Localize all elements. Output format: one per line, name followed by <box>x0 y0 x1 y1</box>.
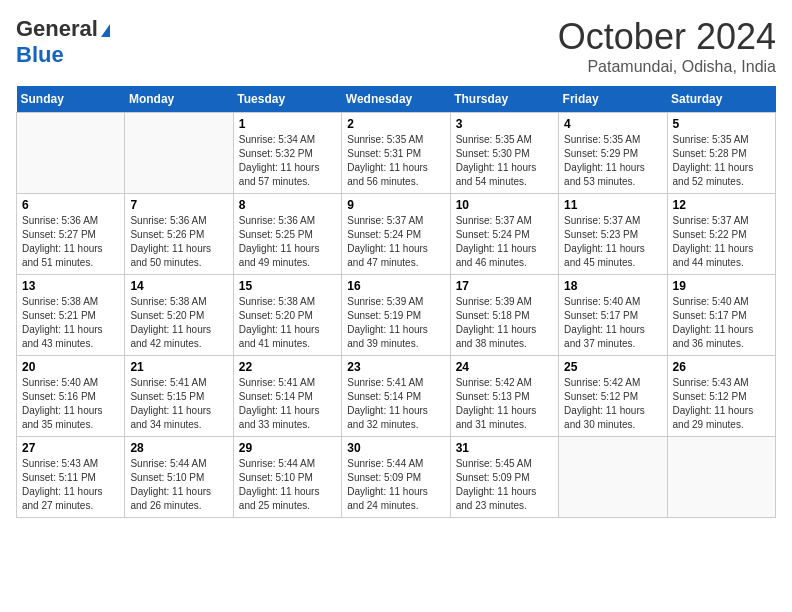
page-header: General Blue October 2024 Patamundai, Od… <box>16 16 776 76</box>
calendar-cell: 11Sunrise: 5:37 AMSunset: 5:23 PMDayligh… <box>559 194 667 275</box>
day-info: Sunrise: 5:35 AMSunset: 5:28 PMDaylight:… <box>673 133 770 189</box>
day-info: Sunrise: 5:38 AMSunset: 5:21 PMDaylight:… <box>22 295 119 351</box>
day-number: 22 <box>239 360 336 374</box>
calendar-cell: 12Sunrise: 5:37 AMSunset: 5:22 PMDayligh… <box>667 194 775 275</box>
day-number: 4 <box>564 117 661 131</box>
day-info: Sunrise: 5:42 AMSunset: 5:13 PMDaylight:… <box>456 376 553 432</box>
calendar-cell: 19Sunrise: 5:40 AMSunset: 5:17 PMDayligh… <box>667 275 775 356</box>
calendar-cell: 4Sunrise: 5:35 AMSunset: 5:29 PMDaylight… <box>559 113 667 194</box>
day-number: 30 <box>347 441 444 455</box>
calendar-cell: 13Sunrise: 5:38 AMSunset: 5:21 PMDayligh… <box>17 275 125 356</box>
day-info: Sunrise: 5:39 AMSunset: 5:19 PMDaylight:… <box>347 295 444 351</box>
day-info: Sunrise: 5:40 AMSunset: 5:17 PMDaylight:… <box>564 295 661 351</box>
calendar-cell: 16Sunrise: 5:39 AMSunset: 5:19 PMDayligh… <box>342 275 450 356</box>
day-info: Sunrise: 5:41 AMSunset: 5:14 PMDaylight:… <box>239 376 336 432</box>
day-number: 6 <box>22 198 119 212</box>
weekday-header-row: SundayMondayTuesdayWednesdayThursdayFrid… <box>17 86 776 113</box>
week-row-1: 1Sunrise: 5:34 AMSunset: 5:32 PMDaylight… <box>17 113 776 194</box>
day-number: 10 <box>456 198 553 212</box>
calendar-cell: 28Sunrise: 5:44 AMSunset: 5:10 PMDayligh… <box>125 437 233 518</box>
day-info: Sunrise: 5:37 AMSunset: 5:24 PMDaylight:… <box>347 214 444 270</box>
day-info: Sunrise: 5:38 AMSunset: 5:20 PMDaylight:… <box>130 295 227 351</box>
day-info: Sunrise: 5:44 AMSunset: 5:09 PMDaylight:… <box>347 457 444 513</box>
day-info: Sunrise: 5:45 AMSunset: 5:09 PMDaylight:… <box>456 457 553 513</box>
day-number: 1 <box>239 117 336 131</box>
day-number: 28 <box>130 441 227 455</box>
weekday-header-wednesday: Wednesday <box>342 86 450 113</box>
day-info: Sunrise: 5:36 AMSunset: 5:27 PMDaylight:… <box>22 214 119 270</box>
day-number: 11 <box>564 198 661 212</box>
calendar-cell: 14Sunrise: 5:38 AMSunset: 5:20 PMDayligh… <box>125 275 233 356</box>
calendar-cell: 18Sunrise: 5:40 AMSunset: 5:17 PMDayligh… <box>559 275 667 356</box>
week-row-3: 13Sunrise: 5:38 AMSunset: 5:21 PMDayligh… <box>17 275 776 356</box>
day-number: 29 <box>239 441 336 455</box>
day-number: 24 <box>456 360 553 374</box>
calendar-cell: 17Sunrise: 5:39 AMSunset: 5:18 PMDayligh… <box>450 275 558 356</box>
calendar-cell: 21Sunrise: 5:41 AMSunset: 5:15 PMDayligh… <box>125 356 233 437</box>
calendar-cell: 24Sunrise: 5:42 AMSunset: 5:13 PMDayligh… <box>450 356 558 437</box>
calendar-cell: 30Sunrise: 5:44 AMSunset: 5:09 PMDayligh… <box>342 437 450 518</box>
calendar-table: SundayMondayTuesdayWednesdayThursdayFrid… <box>16 86 776 518</box>
calendar-cell: 1Sunrise: 5:34 AMSunset: 5:32 PMDaylight… <box>233 113 341 194</box>
calendar-cell: 20Sunrise: 5:40 AMSunset: 5:16 PMDayligh… <box>17 356 125 437</box>
day-number: 21 <box>130 360 227 374</box>
day-number: 3 <box>456 117 553 131</box>
week-row-4: 20Sunrise: 5:40 AMSunset: 5:16 PMDayligh… <box>17 356 776 437</box>
calendar-cell: 22Sunrise: 5:41 AMSunset: 5:14 PMDayligh… <box>233 356 341 437</box>
day-number: 19 <box>673 279 770 293</box>
day-number: 27 <box>22 441 119 455</box>
weekday-header-thursday: Thursday <box>450 86 558 113</box>
day-info: Sunrise: 5:36 AMSunset: 5:26 PMDaylight:… <box>130 214 227 270</box>
day-info: Sunrise: 5:40 AMSunset: 5:16 PMDaylight:… <box>22 376 119 432</box>
day-number: 8 <box>239 198 336 212</box>
logo: General Blue <box>16 16 110 68</box>
day-number: 25 <box>564 360 661 374</box>
calendar-cell: 27Sunrise: 5:43 AMSunset: 5:11 PMDayligh… <box>17 437 125 518</box>
day-number: 15 <box>239 279 336 293</box>
calendar-cell: 5Sunrise: 5:35 AMSunset: 5:28 PMDaylight… <box>667 113 775 194</box>
weekday-header-tuesday: Tuesday <box>233 86 341 113</box>
weekday-header-friday: Friday <box>559 86 667 113</box>
calendar-cell: 31Sunrise: 5:45 AMSunset: 5:09 PMDayligh… <box>450 437 558 518</box>
calendar-cell: 15Sunrise: 5:38 AMSunset: 5:20 PMDayligh… <box>233 275 341 356</box>
day-number: 26 <box>673 360 770 374</box>
day-number: 17 <box>456 279 553 293</box>
calendar-cell: 10Sunrise: 5:37 AMSunset: 5:24 PMDayligh… <box>450 194 558 275</box>
day-number: 20 <box>22 360 119 374</box>
day-number: 7 <box>130 198 227 212</box>
calendar-cell: 29Sunrise: 5:44 AMSunset: 5:10 PMDayligh… <box>233 437 341 518</box>
day-number: 23 <box>347 360 444 374</box>
calendar-cell: 6Sunrise: 5:36 AMSunset: 5:27 PMDaylight… <box>17 194 125 275</box>
day-info: Sunrise: 5:38 AMSunset: 5:20 PMDaylight:… <box>239 295 336 351</box>
day-info: Sunrise: 5:43 AMSunset: 5:11 PMDaylight:… <box>22 457 119 513</box>
day-number: 18 <box>564 279 661 293</box>
location: Patamundai, Odisha, India <box>558 58 776 76</box>
calendar-cell: 9Sunrise: 5:37 AMSunset: 5:24 PMDaylight… <box>342 194 450 275</box>
calendar-cell: 26Sunrise: 5:43 AMSunset: 5:12 PMDayligh… <box>667 356 775 437</box>
day-number: 13 <box>22 279 119 293</box>
day-number: 14 <box>130 279 227 293</box>
day-info: Sunrise: 5:41 AMSunset: 5:15 PMDaylight:… <box>130 376 227 432</box>
title-area: October 2024 Patamundai, Odisha, India <box>558 16 776 76</box>
day-info: Sunrise: 5:35 AMSunset: 5:30 PMDaylight:… <box>456 133 553 189</box>
calendar-cell: 2Sunrise: 5:35 AMSunset: 5:31 PMDaylight… <box>342 113 450 194</box>
day-info: Sunrise: 5:44 AMSunset: 5:10 PMDaylight:… <box>239 457 336 513</box>
week-row-2: 6Sunrise: 5:36 AMSunset: 5:27 PMDaylight… <box>17 194 776 275</box>
calendar-cell: 8Sunrise: 5:36 AMSunset: 5:25 PMDaylight… <box>233 194 341 275</box>
calendar-cell <box>17 113 125 194</box>
calendar-cell: 23Sunrise: 5:41 AMSunset: 5:14 PMDayligh… <box>342 356 450 437</box>
logo-triangle-icon <box>101 24 110 37</box>
calendar-cell <box>667 437 775 518</box>
day-info: Sunrise: 5:36 AMSunset: 5:25 PMDaylight:… <box>239 214 336 270</box>
day-info: Sunrise: 5:42 AMSunset: 5:12 PMDaylight:… <box>564 376 661 432</box>
day-info: Sunrise: 5:41 AMSunset: 5:14 PMDaylight:… <box>347 376 444 432</box>
day-info: Sunrise: 5:35 AMSunset: 5:31 PMDaylight:… <box>347 133 444 189</box>
day-number: 12 <box>673 198 770 212</box>
weekday-header-sunday: Sunday <box>17 86 125 113</box>
logo-blue-text: Blue <box>16 42 64 68</box>
day-number: 9 <box>347 198 444 212</box>
day-info: Sunrise: 5:37 AMSunset: 5:22 PMDaylight:… <box>673 214 770 270</box>
calendar-cell: 25Sunrise: 5:42 AMSunset: 5:12 PMDayligh… <box>559 356 667 437</box>
day-info: Sunrise: 5:44 AMSunset: 5:10 PMDaylight:… <box>130 457 227 513</box>
calendar-cell: 3Sunrise: 5:35 AMSunset: 5:30 PMDaylight… <box>450 113 558 194</box>
